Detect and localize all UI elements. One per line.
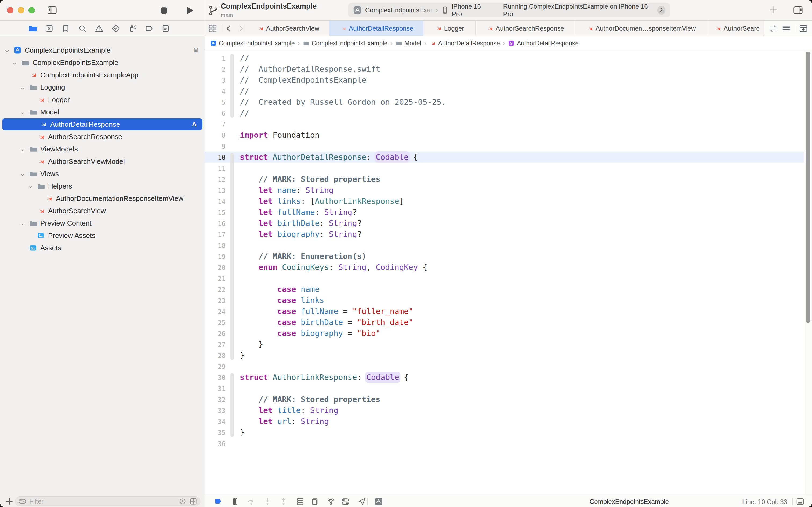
disclosure-chevron-icon[interactable] [12,60,17,68]
tree-item-Logging[interactable]: Logging [0,81,205,93]
close-window-button[interactable] [7,7,13,13]
code-line-3[interactable]: 3// ComplexEndpointsExample [205,75,804,86]
add-editor-icon[interactable] [799,23,808,33]
code-review-icon[interactable] [768,23,778,33]
code-line-22[interactable]: 22 case name [205,284,804,295]
code-line-35[interactable]: 35} [205,427,804,438]
editor-tab-AuthorDetailResponse[interactable]: AuthorDetailResponse [329,21,423,36]
issues-count-badge[interactable]: 2 [657,6,665,14]
editor-minimap-icon[interactable] [795,497,805,506]
pause-icon[interactable] [230,497,240,506]
jump-bar-item-ComplexEndpointsExample[interactable]: ComplexEndpointsExample [210,40,295,47]
code-line-24[interactable]: 24 case fullName = "fuller_name" [205,306,804,317]
source-editor[interactable]: 1//2// AuthorDetailResponse.swift3// Com… [205,51,804,496]
code-line-14[interactable]: 14 let links: [AuthorLinkResponse] [205,196,804,207]
code-line-11[interactable]: 11 [205,163,804,174]
stepOut-icon[interactable] [279,497,288,506]
tree-item-ComplexEndpointsExampleApp[interactable]: ComplexEndpointsExampleApp [0,69,205,81]
editor-tab-AuthorDocumen…sponseItemView[interactable]: AuthorDocumen…sponseItemView [575,21,707,36]
toggle-inspector-button[interactable] [793,5,803,15]
tree-item-Logger[interactable]: Logger [0,94,205,106]
toggle-navigator-button[interactable] [47,5,57,15]
editor-tab-Logger[interactable]: Logger [423,21,475,36]
stepOver-icon[interactable] [246,497,256,506]
code-line-6[interactable]: 6// [205,108,804,119]
stepIn-icon[interactable] [263,497,272,506]
scrollbar-thumb[interactable] [806,52,810,323]
disclosure-chevron-icon[interactable] [4,48,10,56]
disclosure-chevron-icon[interactable] [27,183,33,192]
code-line-5[interactable]: 5// Created by Russell Gordon on 2025-05… [205,97,804,108]
jump-bar-item-Model[interactable]: Model [396,40,421,47]
code-line-33[interactable]: 33 let title: String [205,405,804,416]
source-control-filter-icon[interactable] [189,497,197,505]
run-button[interactable] [184,5,195,16]
disclosure-chevron-icon[interactable] [20,84,25,93]
code-line-26[interactable]: 26 case biography = "bio" [205,328,804,339]
navigator-tab-breakpoints-icon[interactable] [144,23,154,33]
code-line-17[interactable]: 17 let biography: String? [205,229,804,240]
code-line-18[interactable]: 18 [205,240,804,251]
tree-item-Views[interactable]: Views [0,168,205,180]
tree-item-AuthorSearchView[interactable]: AuthorSearchView [0,205,205,217]
add-file-button[interactable] [5,497,14,506]
jump-bar-item-ComplexEndpointsExample[interactable]: ComplexEndpointsExample [303,40,388,47]
editor-scrollbar[interactable] [804,51,812,496]
filter-field[interactable]: Filter [15,496,200,506]
code-line-19[interactable]: 19 // MARK: Enumeration(s) [205,251,804,262]
tree-item-ComplexEndpointsExample[interactable]: ComplexEndpointsExampleM [0,44,205,56]
disclosure-chevron-icon[interactable] [20,220,25,229]
disclosure-chevron-icon[interactable] [20,171,25,179]
forward-button[interactable] [236,23,245,33]
code-line-13[interactable]: 13 let name: String [205,185,804,196]
stop-button[interactable] [159,5,169,15]
code-line-30[interactable]: 30struct AuthorLinkResponse: Codable { [205,372,804,383]
bp-icon[interactable] [213,497,223,506]
jump-bar-item-AuthorDetailResponse[interactable]: SAuthorDetailResponse [508,40,579,47]
navigator-tab-find-icon[interactable] [77,23,87,33]
navigator-tab-changes-icon[interactable] [44,23,54,33]
code-line-21[interactable]: 21 [205,273,804,284]
code-line-29[interactable]: 29 [205,361,804,372]
tree-item-Model[interactable]: Model [0,106,205,118]
tree-item-ViewModels[interactable]: ViewModels [0,143,205,155]
toggles-icon[interactable] [341,497,350,506]
code-line-1[interactable]: 1// [205,53,804,64]
editor-options-icon[interactable] [781,23,791,33]
code-line-36[interactable]: 36 [205,438,804,449]
tree-item-ComplexEndpointsExample[interactable]: ComplexEndpointsExample [0,57,205,68]
scheme-name[interactable]: ComplexEndpointsExamp [365,6,433,14]
code-line-4[interactable]: 4// [205,86,804,97]
tree-item-AuthorSearchViewModel[interactable]: AuthorSearchViewModel [0,156,205,167]
code-line-27[interactable]: 27 } [205,339,804,350]
code-line-7[interactable]: 7 [205,119,804,130]
layers-icon[interactable] [310,497,320,506]
run-destination[interactable]: iPhone 16 Pro [452,3,491,18]
graphIc-icon[interactable] [326,497,336,506]
related-items-icon[interactable] [208,23,218,33]
tree-item-Preview Content[interactable]: Preview Content [0,217,205,229]
code-line-16[interactable]: 16 let birthDate: String? [205,218,804,229]
recents-clock-icon[interactable] [179,497,187,505]
navigator-tab-issues-icon[interactable] [94,23,104,33]
back-button[interactable] [224,23,234,33]
jump-bar-item-AuthorDetailResponse[interactable]: AuthorDetailResponse [429,40,500,47]
navigator-tab-debug-icon[interactable] [127,23,137,33]
zoom-window-button[interactable] [28,7,35,13]
disclosure-chevron-icon[interactable] [20,146,25,155]
tree-item-AuthorDocumentationResponseItemView[interactable]: AuthorDocumentationResponseItemView [0,192,205,204]
scheme-and-status-bar[interactable]: ComplexEndpointsExamp › iPhone 16 Pro Ru… [348,3,670,17]
code-line-23[interactable]: 23 case links [205,295,804,306]
navigator-tab-bookmarks-icon[interactable] [61,23,71,33]
editor-tab-AuthorSearc[interactable]: AuthorSearc [707,21,767,36]
tree-item-Assets[interactable]: Assets [0,242,205,254]
navigator-tab-reports-icon[interactable] [161,23,171,33]
location-icon[interactable] [357,497,367,506]
code-line-12[interactable]: 12 // MARK: Stored properties [205,174,804,185]
code-line-2[interactable]: 2// AuthorDetailResponse.swift [205,64,804,75]
code-line-25[interactable]: 25 case birthDate = "birth_date" [205,317,804,328]
code-line-10[interactable]: 10struct AuthorDetailResponse: Codable { [205,152,804,163]
tree-item-AuthorDetailResponse[interactable]: AuthorDetailResponseA [2,118,202,130]
code-line-15[interactable]: 15 let fullName: String? [205,207,804,218]
tree-item-Preview Assets[interactable]: Preview Assets [0,230,205,241]
